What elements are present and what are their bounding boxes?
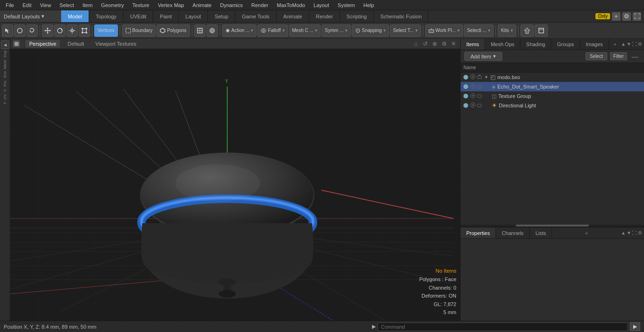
list-item[interactable]: ☀ Directional Light [461, 101, 644, 110]
tab-uvedit[interactable]: UVEdit [124, 10, 153, 22]
maximize-button[interactable] [535, 24, 548, 37]
snapping-button[interactable]: Snapping ▾ [352, 24, 389, 37]
vis-dot[interactable] [463, 94, 468, 98]
menu-select[interactable]: Select [56, 1, 78, 9]
work-plane-button[interactable]: Work Pl... ▾ [425, 24, 463, 37]
action-button[interactable]: Action ... ▾ [222, 24, 257, 37]
tab-animate[interactable]: Animate [277, 10, 309, 22]
rotate-button[interactable] [54, 24, 66, 37]
boundary-button[interactable]: Boundary [122, 24, 156, 37]
right-panel-scroll-down[interactable]: ▼ [627, 41, 631, 47]
wireframe-button[interactable] [194, 24, 206, 37]
props-tab-channels[interactable]: Channels [496, 227, 529, 238]
falloff-button[interactable]: Falloff ▾ [257, 24, 288, 37]
home-button[interactable] [520, 24, 534, 37]
vp-menu-btn[interactable] [13, 40, 20, 47]
tab-game-tools[interactable]: Game Tools [235, 10, 277, 22]
mesh-label-left[interactable]: Mesh [2, 59, 8, 70]
vp-tab-textures[interactable]: Viewport Textures [91, 40, 140, 48]
props-expand[interactable]: ⛶ [632, 230, 637, 235]
tab-scripting[interactable]: Scripting [340, 10, 374, 22]
menu-layout[interactable]: Layout [310, 1, 333, 9]
menu-dynamics[interactable]: Dynamics [216, 1, 247, 9]
selection-set-button[interactable]: Selecti ... ▾ [464, 24, 494, 37]
menu-view[interactable]: View [36, 1, 55, 9]
tab-render[interactable]: Render [309, 10, 340, 22]
add-layout-button[interactable]: + [612, 12, 620, 21]
tab-topology[interactable]: Topology [89, 10, 124, 22]
select-tool-button[interactable]: Select T... ▾ [390, 24, 421, 37]
items-tab-shading[interactable]: Shading [520, 39, 551, 49]
kits-button[interactable]: Kits ▾ [498, 24, 516, 37]
vis-dot[interactable] [463, 84, 468, 89]
layout-dropdown[interactable]: Default Layouts ▾ [0, 10, 61, 22]
item-render-icon2[interactable] [477, 83, 483, 90]
item-add-icon4[interactable] [470, 102, 477, 109]
vp-home-icon[interactable]: ⌂ [412, 40, 420, 48]
polygons-button[interactable]: Polygons [157, 24, 190, 37]
move-button[interactable] [42, 24, 53, 37]
command-input[interactable] [378, 323, 628, 331]
tab-setup[interactable]: Setup [208, 10, 235, 22]
items-scrollbar[interactable] [461, 225, 644, 227]
props-tab-lists[interactable]: Lists [530, 227, 553, 238]
items-extra-settings[interactable]: — [630, 53, 640, 60]
item-render-icon3[interactable] [477, 93, 483, 99]
menu-item[interactable]: Item [79, 1, 96, 9]
vertices-button[interactable]: Vertices [94, 24, 118, 37]
items-tab-images[interactable]: Images [580, 39, 609, 49]
items-tab-items[interactable]: Items [461, 39, 485, 49]
items-filter-button[interactable]: Filter [610, 52, 627, 60]
vp-zoom-icon[interactable]: ⊕ [431, 40, 438, 48]
lasso-button[interactable] [26, 24, 38, 37]
vis-dot[interactable] [463, 103, 468, 108]
uv-label[interactable]: UV [2, 93, 8, 100]
dup-label[interactable]: Dup [2, 49, 8, 58]
command-run-button[interactable]: ▶ [630, 322, 640, 331]
menu-maxtomodo[interactable]: MaxToModo [273, 1, 309, 9]
tab-schematic-fusion[interactable]: Schematic Fusion [374, 10, 429, 22]
props-tab-properties[interactable]: Properties [461, 227, 496, 238]
f-label[interactable]: F [2, 101, 8, 105]
item-render-icon[interactable] [477, 74, 483, 81]
layout-expand-button[interactable]: ⛶ [633, 12, 641, 21]
vp-tab-default[interactable]: Default [64, 40, 88, 48]
item-add-icon2[interactable] [470, 83, 477, 90]
items-tab-add[interactable]: + [610, 41, 620, 47]
menu-animate[interactable]: Animate [189, 1, 215, 9]
item-add-icon[interactable] [470, 74, 477, 81]
items-select-button[interactable]: Select [586, 52, 607, 60]
props-scroll-down[interactable]: ▼ [627, 230, 631, 235]
props-gear[interactable]: ⚙ [638, 230, 642, 235]
vp-close-icon[interactable]: ✕ [450, 40, 457, 48]
add-item-button[interactable]: Add Item ▾ [464, 52, 502, 61]
list-item[interactable]: ◫ Texture Group [461, 91, 644, 101]
item-add-icon3[interactable] [470, 93, 477, 99]
tab-layout[interactable]: Layout [179, 10, 208, 22]
list-item[interactable]: ▼ ◰ modo.bxo [461, 73, 644, 82]
3d-canvas[interactable]: Y -2 [10, 49, 460, 321]
circle-select-button[interactable] [14, 24, 25, 37]
select-mode-button[interactable] [2, 24, 13, 37]
vis-dot[interactable] [463, 75, 468, 80]
left-toggle-btn[interactable]: ◀ [1, 40, 9, 49]
layout-settings-button[interactable]: ⚙ [622, 12, 631, 21]
vp-settings-icon[interactable]: ⚙ [440, 40, 448, 48]
solid-view-button[interactable] [206, 24, 218, 37]
menu-render[interactable]: Render [248, 1, 272, 9]
items-tab-groups[interactable]: Groups [551, 39, 580, 49]
items-tab-mesh-ops[interactable]: Mesh Ops [485, 39, 520, 49]
props-scroll-up[interactable]: ▲ [621, 230, 626, 235]
props-tab-add[interactable]: + [581, 230, 592, 236]
tab-paint[interactable]: Paint [153, 10, 179, 22]
scale-button[interactable] [66, 24, 78, 37]
menu-texture[interactable]: Texture [129, 1, 153, 9]
env-label[interactable]: Env [2, 70, 8, 79]
menu-vertex-map[interactable]: Vertex Map [154, 1, 188, 9]
item-render-icon4[interactable] [477, 102, 483, 109]
transform-button[interactable] [79, 24, 90, 37]
c-label[interactable]: C [2, 88, 8, 93]
symmetry-button[interactable]: Symm ... ▾ [322, 24, 350, 37]
menu-file[interactable]: File [2, 1, 18, 9]
vp-tab-perspective[interactable]: Perspective [25, 40, 60, 48]
